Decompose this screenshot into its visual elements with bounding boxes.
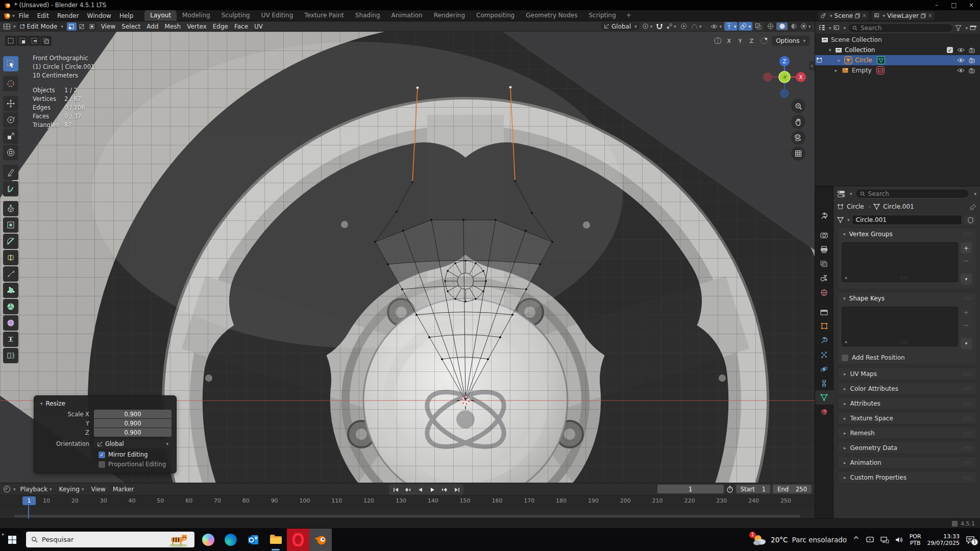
panel-grip[interactable]: :::: — [963, 475, 971, 480]
edge-slide-tool[interactable] — [3, 332, 18, 347]
scale-tool[interactable] — [3, 129, 18, 144]
timeline-ruler[interactable]: 1020304050607080901001101201301401501601… — [0, 495, 815, 507]
timeline-menu-item[interactable]: Marker▾ — [109, 486, 137, 493]
prev-keyframe-button[interactable] — [402, 485, 413, 494]
tab-scene-properties[interactable] — [815, 271, 834, 285]
timeline-menu-item[interactable]: Keying▾ — [56, 486, 88, 493]
bevel-tool[interactable] — [3, 234, 18, 249]
maximize-button[interactable]: □ — [945, 0, 963, 10]
scale-z-field[interactable]: 0.900 — [94, 428, 172, 437]
add-rest-position-checkbox[interactable]: Add Rest Position — [838, 353, 976, 364]
collapsed-panel-header[interactable]: ▸ Remesh :::: — [837, 427, 976, 439]
taskbar-outlook-icon[interactable] — [242, 529, 264, 551]
vertex-group-specials-button[interactable]: ▾ — [961, 273, 972, 285]
add-vertex-group-button[interactable]: + — [961, 242, 972, 254]
workspace-tab[interactable]: Rendering — [428, 10, 471, 21]
remove-shape-key-button[interactable]: − — [961, 319, 972, 331]
start-button[interactable] — [1, 529, 23, 551]
collapsed-panel-header[interactable]: ▸ Texture Space :::: — [837, 412, 976, 424]
next-keyframe-button[interactable] — [439, 485, 450, 494]
blender-menu-icon[interactable] — [3, 12, 11, 19]
outliner-editor-icon[interactable] — [818, 24, 825, 31]
clock-widget[interactable]: 13:33 29/07/2025 — [927, 533, 960, 546]
add-shape-key-button[interactable]: + — [961, 307, 972, 318]
measure-tool[interactable] — [3, 181, 18, 196]
tab-world-properties[interactable] — [815, 285, 834, 299]
workspace-tab[interactable]: UV Editing — [256, 10, 299, 21]
cursor-tool[interactable] — [3, 76, 18, 91]
tab-physics-properties[interactable] — [815, 362, 834, 376]
proportional-editing-toggle[interactable] — [679, 22, 689, 31]
scene-selector[interactable]: ▾ Scene × — [818, 11, 869, 20]
tab-object-properties[interactable] — [815, 319, 834, 333]
workspace-tab[interactable]: Scripting — [583, 10, 621, 21]
taskbar-file-explorer-icon[interactable] — [264, 529, 287, 551]
workspace-tab[interactable]: Shading — [350, 10, 386, 21]
speaker-icon[interactable] — [895, 536, 903, 543]
xray-toggle[interactable] — [753, 22, 763, 31]
outliner-row-empty[interactable]: ▸ Empty — [815, 65, 980, 76]
workspace-tab[interactable]: Texture Paint — [299, 10, 349, 21]
menu-item[interactable]: File — [15, 12, 33, 19]
vertex-groups-header[interactable]: ▾ Vertex Groups :::: — [838, 228, 976, 240]
select-new-button[interactable] — [5, 36, 16, 46]
play-button[interactable] — [427, 485, 438, 494]
new-scene-icon[interactable] — [855, 13, 860, 18]
properties-search-input[interactable]: Search — [855, 189, 970, 198]
symmetry-axis-button[interactable]: Y — [735, 36, 745, 45]
orthographic-toggle-button[interactable] — [791, 146, 805, 161]
select-extend-button[interactable] — [17, 36, 28, 46]
workspace-tab[interactable]: Compositing — [471, 10, 520, 21]
data-name-field[interactable]: Circle.001 — [852, 215, 962, 225]
timeline-menu-item[interactable]: View▾ — [87, 486, 109, 493]
timeline-track[interactable]: ▸ — [0, 507, 815, 519]
mirror-editing-checkbox[interactable]: ✓ Mirror Editing — [99, 451, 172, 458]
panel-grip[interactable]: :::: — [963, 416, 971, 421]
timeline-menu-item[interactable]: Playback▾ — [17, 486, 56, 493]
network-icon[interactable] — [880, 536, 889, 543]
tray-device-icon[interactable] — [866, 536, 874, 543]
face-select-button[interactable] — [87, 22, 97, 31]
tab-particle-properties[interactable] — [815, 347, 834, 362]
mesh-data-icon[interactable] — [837, 217, 844, 223]
taskbar-search-input[interactable]: Pesquisar — [26, 532, 194, 547]
menu-item[interactable]: Window — [83, 12, 115, 19]
wireframe-shading-button[interactable] — [765, 22, 776, 30]
transform-orientation-selector[interactable]: Global ▾ — [601, 22, 640, 31]
auto-keying-icon[interactable] — [726, 486, 733, 493]
options-dropdown[interactable]: Options▾ — [772, 36, 810, 46]
disable-render-camera-icon[interactable] — [969, 58, 976, 63]
transform-tool[interactable] — [3, 145, 18, 160]
outliner-search-input[interactable]: Search — [848, 23, 953, 33]
tab-render-properties[interactable] — [815, 228, 834, 242]
hide-eye-icon[interactable] — [957, 68, 965, 73]
minimize-button[interactable]: – — [928, 0, 945, 10]
hide-eye-icon[interactable] — [957, 47, 965, 53]
show-gizmo-toggle[interactable]: ▾ — [724, 22, 738, 31]
weather-widget[interactable]: 1 20°C Parc ensolarado — [751, 534, 847, 546]
timeline-scrollbar[interactable] — [14, 515, 800, 517]
viewport-menu-item[interactable]: Select — [118, 23, 143, 30]
vertex-groups-list[interactable]: ▸ :::: — [842, 242, 958, 282]
solid-shading-button[interactable] — [776, 22, 788, 30]
collapsed-panel-header[interactable]: ▸ Animation :::: — [837, 456, 976, 469]
expand-icon[interactable]: ▾ — [827, 47, 832, 53]
panel-grip[interactable]: :::: — [964, 296, 972, 301]
viewport-canvas[interactable]: XYZ Options▾ Front Orthographic (1) Circ… — [0, 32, 815, 483]
jump-to-start-button[interactable] — [390, 485, 401, 494]
breadcrumb-data[interactable]: Circle.001 — [883, 203, 914, 210]
viewport-menu-item[interactable]: Vertex — [184, 23, 210, 30]
panel-grip[interactable]: :::: — [963, 386, 971, 391]
tray-chevron-up[interactable]: ^ — [853, 535, 860, 544]
playhead-line[interactable] — [28, 505, 29, 519]
viewport-menu-item[interactable]: UV — [251, 23, 266, 30]
tab-constraint-properties[interactable] — [815, 376, 834, 390]
outliner-row-collection[interactable]: ▾ Collection ✓ — [815, 45, 980, 55]
poly-build-tool[interactable] — [3, 283, 18, 298]
material-preview-button[interactable] — [788, 22, 799, 30]
show-overlays-toggle[interactable]: ▾ — [739, 22, 752, 31]
frame-start-field[interactable]: Start1 — [736, 485, 770, 493]
viewport-menu-item[interactable]: Add — [143, 23, 161, 30]
taskbar-copilot-icon[interactable] — [197, 529, 219, 551]
add-workspace-button[interactable]: + — [622, 10, 636, 21]
